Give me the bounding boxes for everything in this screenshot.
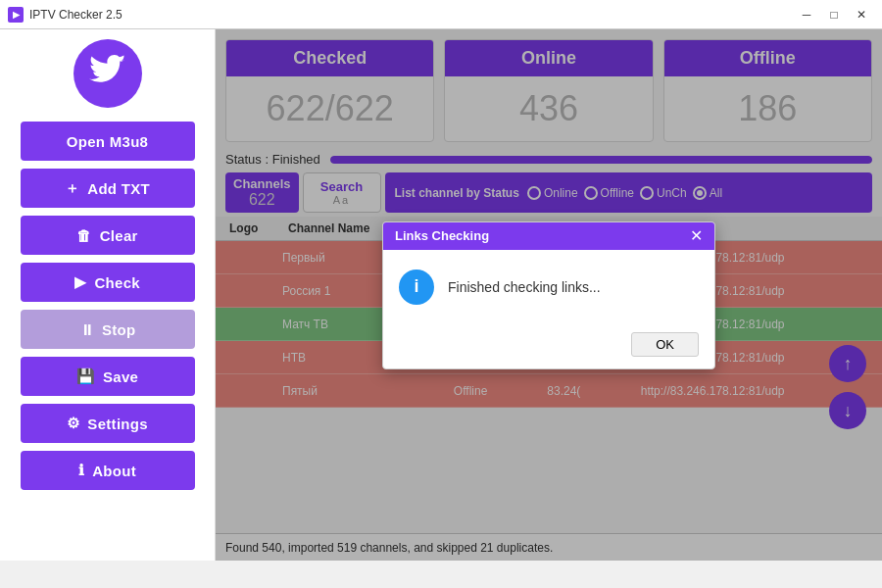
app-title: IPTV Checker 2.5 <box>29 8 122 22</box>
twitter-icon <box>89 55 126 92</box>
stop-icon: ⏸ <box>79 321 94 338</box>
links-checking-modal: Links Checking ✕ i Finished checking lin… <box>382 221 715 369</box>
modal-footer: OK <box>383 324 714 368</box>
plus-icon: ＋ <box>65 179 79 198</box>
modal-body: i Finished checking links... <box>383 250 714 324</box>
title-bar-left: ▶ IPTV Checker 2.5 <box>8 7 122 23</box>
check-button[interactable]: ▶ Check <box>21 263 195 302</box>
app-icon: ▶ <box>8 7 24 23</box>
modal-info-icon: i <box>399 270 434 305</box>
save-button[interactable]: 💾 Save <box>21 357 195 396</box>
save-icon: 💾 <box>76 368 95 385</box>
open-m3u8-button[interactable]: Open M3u8 <box>21 122 195 161</box>
modal-title: Links Checking <box>395 228 489 243</box>
modal-ok-button[interactable]: OK <box>631 332 699 357</box>
add-txt-button[interactable]: ＋ Add TXT <box>21 169 195 208</box>
stop-button[interactable]: ⏸ Stop <box>21 310 195 349</box>
minimize-button[interactable]: ─ <box>794 5 819 24</box>
about-button[interactable]: ℹ About <box>21 451 195 490</box>
info-icon: ℹ <box>78 462 84 479</box>
close-button[interactable]: ✕ <box>849 5 874 24</box>
maximize-button[interactable]: □ <box>821 5 847 24</box>
modal-close-button[interactable]: ✕ <box>690 228 703 244</box>
main-content: Checked 622/622 Online 436 Offline 186 S… <box>216 29 882 561</box>
play-icon: ▶ <box>74 273 86 291</box>
sidebar-logo <box>74 39 142 108</box>
sidebar: Open M3u8 ＋ Add TXT 🗑 Clear ▶ Check ⏸ St… <box>0 29 216 561</box>
trash-icon: 🗑 <box>76 227 91 244</box>
modal-message: Finished checking links... <box>448 279 601 295</box>
settings-button[interactable]: ⚙ Settings <box>21 404 195 443</box>
title-bar: ▶ IPTV Checker 2.5 ─ □ ✕ <box>0 0 882 29</box>
gear-icon: ⚙ <box>67 415 79 432</box>
modal-overlay: Links Checking ✕ i Finished checking lin… <box>216 29 882 561</box>
modal-title-bar: Links Checking ✕ <box>383 222 714 250</box>
clear-button[interactable]: 🗑 Clear <box>21 216 195 255</box>
title-bar-controls: ─ □ ✕ <box>794 5 874 24</box>
app-body: Open M3u8 ＋ Add TXT 🗑 Clear ▶ Check ⏸ St… <box>0 29 882 561</box>
